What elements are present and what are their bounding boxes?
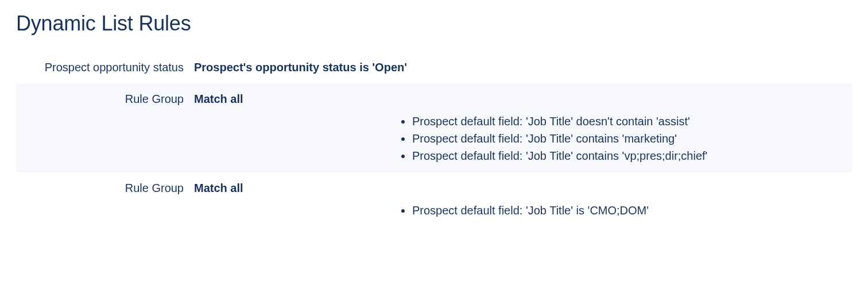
- rule-label: Rule Group: [16, 180, 194, 196]
- rule-value: Match all Prospect default field: 'Job T…: [194, 180, 852, 219]
- rule-list: Prospect default field: 'Job Title' does…: [412, 113, 852, 164]
- rule-label: Prospect opportunity status: [16, 60, 194, 75]
- rule-value: Prospect's opportunity status is 'Open': [194, 60, 852, 75]
- rule-heading: Match all: [194, 180, 852, 196]
- rule-row-group-1: Rule Group Match all Prospect default fi…: [16, 83, 852, 172]
- rule-label: Rule Group: [16, 91, 194, 107]
- rule-item: Prospect default field: 'Job Title' is '…: [412, 202, 852, 219]
- rule-row-group-2: Rule Group Match all Prospect default fi…: [16, 172, 852, 227]
- rule-item: Prospect default field: 'Job Title' does…: [412, 113, 852, 130]
- rule-row-opportunity-status: Prospect opportunity status Prospect's o…: [16, 52, 852, 83]
- rule-heading: Prospect's opportunity status is 'Open': [194, 61, 407, 74]
- rule-item: Prospect default field: 'Job Title' cont…: [412, 147, 852, 164]
- rule-item: Prospect default field: 'Job Title' cont…: [412, 130, 852, 147]
- rule-value: Match all Prospect default field: 'Job T…: [194, 91, 852, 164]
- page-title: Dynamic List Rules: [16, 11, 852, 36]
- rule-list: Prospect default field: 'Job Title' is '…: [412, 202, 852, 219]
- rule-heading: Match all: [194, 91, 852, 107]
- rules-container: Prospect opportunity status Prospect's o…: [16, 52, 852, 227]
